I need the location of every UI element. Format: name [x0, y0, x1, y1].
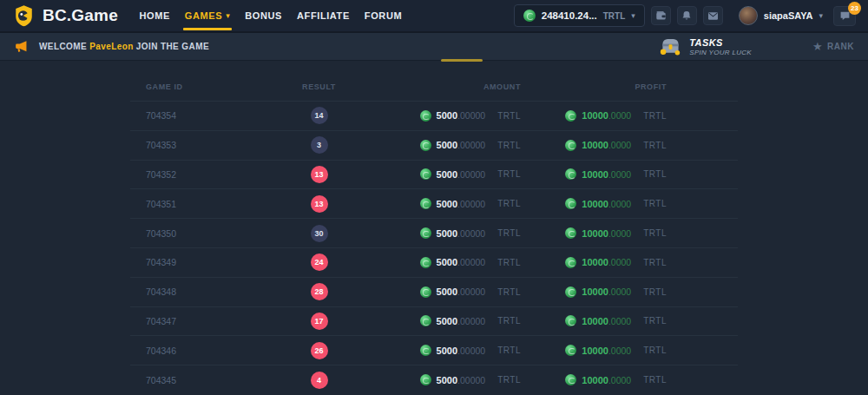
- result-badge: 26: [311, 342, 328, 359]
- chevron-down-icon: ▾: [226, 12, 230, 20]
- table-row[interactable]: 704352 13 5000.00000 TRTL 10000.0000 TRT…: [130, 160, 738, 189]
- trtl-coin-icon: [565, 198, 576, 209]
- profit-cell: 10000.0000 TRTL: [521, 140, 738, 151]
- game-id: 704346: [130, 346, 269, 356]
- profit-currency: TRTL: [643, 287, 667, 297]
- table-row[interactable]: 704353 3 5000.00000 TRTL 10000.0000 TRTL: [130, 130, 738, 160]
- rank-link[interactable]: ★ RANK: [812, 41, 854, 52]
- balance-selector[interactable]: 248410.24... TRTL ▾: [514, 4, 645, 27]
- column-header-result: RESULT: [269, 82, 369, 91]
- profit-currency: TRTL: [643, 346, 667, 355]
- result-badge: 13: [311, 166, 328, 183]
- amount-currency: TRTL: [497, 228, 521, 238]
- trtl-coin-icon: [420, 374, 431, 385]
- star-icon: ★: [812, 41, 823, 52]
- amount-cell: 5000.00000 TRTL: [369, 227, 521, 239]
- amount-currency: TRTL: [497, 375, 521, 385]
- welcome-username: PaveLeon: [89, 42, 133, 51]
- profit-currency: TRTL: [643, 141, 667, 150]
- nav-games[interactable]: GAMES▾: [177, 0, 237, 31]
- chat-badge: 23: [848, 2, 861, 15]
- amount-currency: TRTL: [497, 258, 521, 267]
- tasks-subtitle: SPIN YOUR LUCK: [689, 49, 752, 56]
- trtl-coin-icon: [565, 168, 576, 180]
- trtl-coin-icon: [420, 168, 431, 180]
- app-root: BC.Game HOME GAMES▾ BONUS AFFILIATE FORU…: [0, 0, 868, 395]
- messages-button[interactable]: [703, 6, 723, 25]
- brand-logo[interactable]: BC.Game: [12, 4, 118, 28]
- username: siapaSAYA: [764, 10, 813, 21]
- envelope-icon: [707, 11, 719, 21]
- trtl-coin-icon: [565, 110, 576, 122]
- amount-currency: TRTL: [497, 199, 521, 208]
- welcome-right: TASKS SPIN YOUR LUCK ★ RANK: [660, 37, 854, 56]
- profit-currency: TRTL: [643, 316, 667, 326]
- table-header: GAME ID RESULT AMOUNT PROFIT: [130, 73, 738, 101]
- main-nav: HOME GAMES▾ BONUS AFFILIATE FORUM: [132, 0, 410, 31]
- wallet-button[interactable]: [651, 6, 671, 25]
- topbar-right: 248410.24... TRTL ▾: [514, 4, 856, 27]
- main-content: GAME ID RESULT AMOUNT PROFIT 704354 14 5…: [0, 61, 868, 395]
- profit-currency: TRTL: [643, 169, 667, 179]
- table-row[interactable]: 704345 4 5000.00000 TRTL 10000.0000 TRTL: [130, 365, 738, 394]
- table-row[interactable]: 704350 30 5000.00000 TRTL 10000.0000 TRT…: [130, 218, 738, 247]
- top-navigation-bar: BC.Game HOME GAMES▾ BONUS AFFILIATE FORU…: [0, 0, 868, 33]
- game-id: 704348: [130, 286, 269, 297]
- table-row[interactable]: 704347 17 5000.00000 TRTL 10000.0000 TRT…: [130, 306, 738, 336]
- trtl-coin-icon: [565, 315, 576, 326]
- profit-cell: 10000.0000 TRTL: [521, 374, 738, 385]
- table-body: 704354 14 5000.00000 TRTL 10000.0000 TRT…: [130, 101, 738, 394]
- nav-forum[interactable]: FORUM: [357, 0, 409, 31]
- trtl-coin-icon: [565, 286, 576, 298]
- table-row[interactable]: 704348 28 5000.00000 TRTL 10000.0000 TRT…: [130, 277, 738, 306]
- game-id: 704354: [130, 110, 269, 121]
- trtl-coin-icon: [420, 315, 431, 326]
- announcement-bar: WELCOME PaveLeon JOIN THE GAME TASKS: [0, 33, 868, 61]
- brand-name: BC.Game: [43, 6, 118, 25]
- active-tab-indicator[interactable]: [441, 59, 483, 62]
- profit-currency: TRTL: [643, 111, 667, 121]
- balance-amount: 248410.24...: [542, 10, 597, 21]
- bell-icon: [681, 10, 692, 21]
- trtl-coin-icon: [420, 198, 431, 209]
- table-row[interactable]: 704354 14 5000.00000 TRTL 10000.0000 TRT…: [130, 101, 738, 130]
- trtl-coin-icon: [523, 10, 536, 22]
- trtl-coin-icon: [565, 374, 576, 385]
- amount-cell: 5000.00000 TRTL: [369, 315, 521, 326]
- nav-bonus[interactable]: BONUS: [238, 0, 290, 31]
- welcome-message: WELCOME PaveLeon JOIN THE GAME: [39, 42, 209, 51]
- game-id: 704345: [130, 375, 269, 385]
- notifications-button[interactable]: [677, 6, 697, 25]
- wallet-icon: [655, 10, 667, 22]
- chevron-down-icon: ▾: [819, 12, 823, 20]
- trtl-coin-icon: [420, 110, 431, 122]
- nav-home[interactable]: HOME: [132, 0, 177, 31]
- profit-cell: 10000.0000 TRTL: [521, 286, 738, 298]
- amount-cell: 5000.00000 TRTL: [369, 198, 521, 209]
- user-menu[interactable]: siapaSAYA ▾: [739, 6, 823, 25]
- profit-cell: 10000.0000 TRTL: [521, 315, 738, 326]
- result-badge: 13: [311, 195, 328, 213]
- game-id: 704351: [130, 199, 269, 209]
- table-row[interactable]: 704346 26 5000.00000 TRTL 10000.0000 TRT…: [130, 335, 738, 365]
- trtl-coin-icon: [565, 140, 576, 151]
- chevron-down-icon: ▾: [631, 12, 635, 20]
- trtl-coin-icon: [565, 227, 576, 239]
- amount-currency: TRTL: [497, 169, 521, 179]
- game-id: 704347: [130, 316, 269, 326]
- amount-cell: 5000.00000 TRTL: [369, 286, 521, 298]
- table-row[interactable]: 704349 24 5000.00000 TRTL 10000.0000 TRT…: [130, 247, 738, 277]
- result-badge: 14: [311, 107, 328, 124]
- result-badge: 30: [311, 225, 328, 242]
- result-badge: 3: [311, 136, 328, 154]
- rank-label: RANK: [827, 42, 854, 51]
- profit-cell: 10000.0000 TRTL: [521, 198, 738, 209]
- result-badge: 24: [311, 253, 328, 271]
- megaphone-icon: [14, 39, 29, 54]
- table-row[interactable]: 704351 13 5000.00000 TRTL 10000.0000 TRT…: [130, 188, 738, 218]
- tasks-link[interactable]: TASKS SPIN YOUR LUCK: [660, 37, 752, 56]
- column-header-amount: AMOUNT: [369, 82, 521, 91]
- profit-currency: TRTL: [643, 228, 667, 238]
- chat-button[interactable]: 23: [833, 6, 856, 26]
- nav-affiliate[interactable]: AFFILIATE: [290, 0, 358, 31]
